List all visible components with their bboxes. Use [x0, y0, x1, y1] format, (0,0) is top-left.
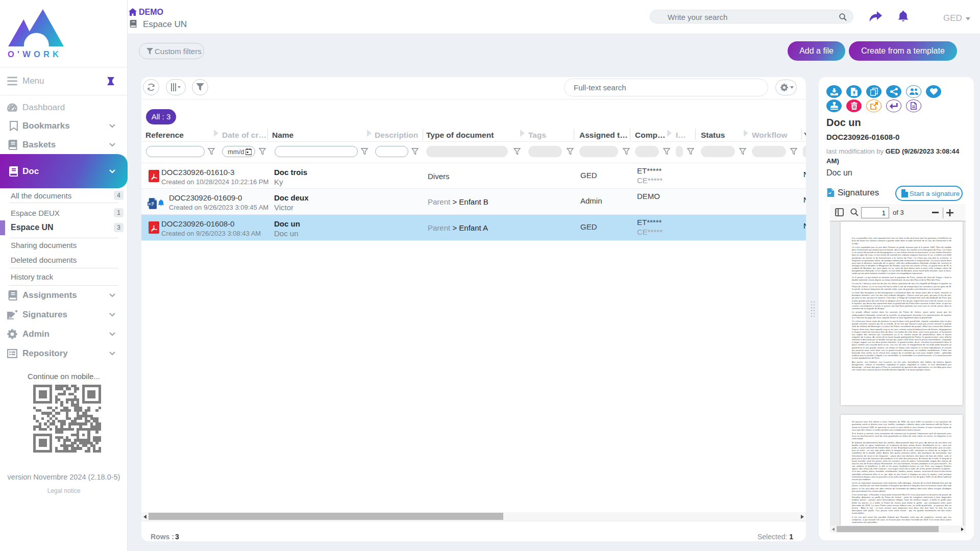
svg-text:O'WORK: O'WORK: [8, 49, 62, 59]
svg-text:w: w: [148, 202, 151, 206]
